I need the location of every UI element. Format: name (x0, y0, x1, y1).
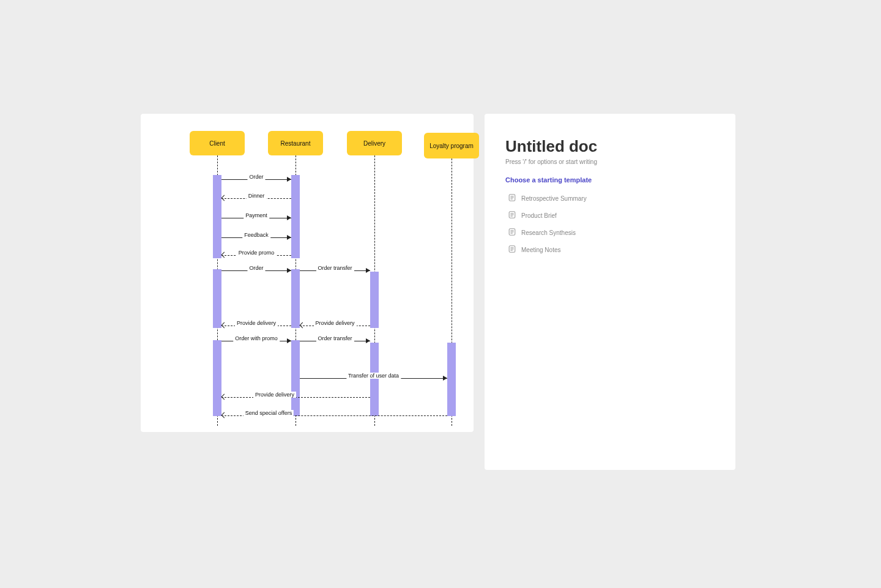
message-arrowhead-7 (300, 322, 306, 329)
participant-client[interactable]: Client (190, 131, 245, 155)
message-label-0: Order (247, 174, 265, 180)
message-label-11: Transfer of user data (346, 373, 401, 379)
activation-restaurant-1 (291, 175, 300, 258)
template-item-2[interactable]: Research Synthesis (505, 224, 715, 241)
doc-title[interactable]: Untitled doc (505, 137, 715, 156)
message-arrowhead-2 (287, 215, 291, 220)
message-arrowhead-11 (443, 376, 447, 381)
message-label-3: Feedback (242, 232, 270, 238)
message-arrowhead-9 (287, 338, 291, 343)
sequence-diagram: ClientRestaurantDeliveryLoyalty programO… (141, 114, 474, 432)
message-label-10: Order transfer (316, 335, 354, 341)
sequence-diagram-card: ClientRestaurantDeliveryLoyalty programO… (141, 114, 474, 432)
activation-loyalty-8 (447, 343, 456, 416)
message-arrowhead-13 (221, 412, 228, 419)
activation-client-5 (213, 340, 221, 416)
document-icon (508, 210, 516, 220)
activation-restaurant-3 (291, 269, 300, 328)
message-arrowhead-1 (221, 195, 228, 201)
document-icon (508, 228, 516, 237)
activation-restaurant-6 (291, 340, 300, 416)
participant-restaurant[interactable]: Restaurant (268, 131, 323, 155)
message-label-6: Order transfer (316, 265, 354, 271)
message-label-13: Send special offers (243, 410, 294, 416)
message-label-7: Provide delivery (313, 320, 356, 326)
message-label-5: Order (247, 265, 265, 271)
message-label-4: Provide promo (237, 250, 277, 256)
template-item-3[interactable]: Meeting Notes (505, 241, 715, 258)
activation-delivery-7 (370, 343, 379, 416)
message-arrowhead-6 (366, 268, 370, 273)
template-list: Retrospective SummaryProduct BriefResear… (505, 190, 715, 258)
template-item-label: Product Brief (521, 212, 557, 219)
message-label-1: Dinner (247, 193, 267, 199)
message-label-8: Provide delivery (235, 320, 278, 326)
message-arrowhead-5 (287, 268, 291, 273)
document-icon (508, 245, 516, 255)
activation-client-2 (213, 269, 221, 328)
message-arrowhead-10 (366, 338, 370, 343)
message-arrowhead-8 (221, 322, 228, 329)
activation-client-0 (213, 175, 221, 258)
message-arrowhead-4 (221, 252, 228, 258)
message-arrowhead-3 (287, 235, 291, 240)
participant-delivery[interactable]: Delivery (347, 131, 402, 155)
template-item-0[interactable]: Retrospective Summary (505, 190, 715, 207)
message-arrowhead-12 (221, 394, 228, 400)
template-item-1[interactable]: Product Brief (505, 207, 715, 224)
template-item-label: Meeting Notes (521, 247, 560, 253)
activation-delivery-4 (370, 272, 379, 328)
document-icon (508, 193, 516, 203)
participant-loyalty[interactable]: Loyalty program (424, 133, 479, 158)
template-item-label: Retrospective Summary (521, 195, 587, 202)
doc-card: Untitled doc Press '/' for options or st… (485, 114, 735, 470)
message-label-2: Payment (243, 212, 269, 218)
template-item-label: Research Synthesis (521, 229, 576, 236)
doc-section-label: Choose a starting template (505, 176, 715, 184)
message-arrowhead-0 (287, 177, 291, 182)
message-label-12: Provide delivery (253, 392, 296, 398)
doc-hint: Press '/' for options or start writing (505, 158, 715, 165)
message-label-9: Order with promo (233, 335, 280, 341)
